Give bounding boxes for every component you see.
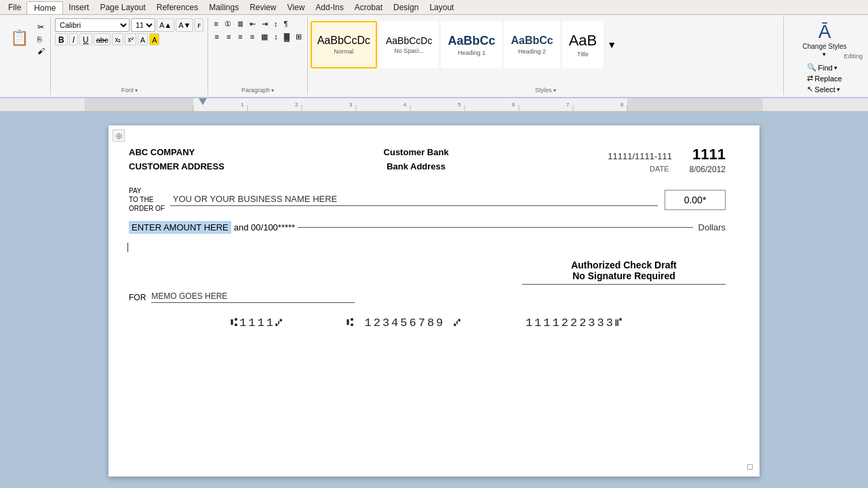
menu-item-view[interactable]: View	[282, 1, 311, 14]
styles-label: Styles ▾	[308, 87, 783, 94]
micr-right: 1111222333⑈	[526, 317, 624, 329]
replace-icon: ⇄	[807, 74, 813, 83]
bullets-button[interactable]: ≡	[211, 18, 220, 30]
font-size-select[interactable]: 11	[131, 18, 155, 32]
change-styles-label: Change Styles	[802, 43, 846, 51]
multilevel-list-button[interactable]: ≣	[235, 18, 246, 30]
menu-item-references[interactable]: References	[151, 1, 203, 14]
micr-mid: ⑆ 123456789 ⑇	[347, 317, 462, 329]
copy-button[interactable]: ⎘	[35, 34, 47, 45]
clear-format-button[interactable]: ꜰ	[195, 18, 203, 32]
menu-item-mailings[interactable]: Mailings	[203, 1, 244, 14]
routing-check-row: 11111/1111-111 1111	[608, 146, 726, 163]
font-expand-icon[interactable]: ▾	[135, 87, 138, 94]
style-h1-button[interactable]: AaBbCc Heading 1	[441, 21, 502, 68]
svg-text:7: 7	[566, 102, 570, 108]
font-style-row: B I U abc x₂ x² A A	[55, 33, 203, 45]
superscript-button[interactable]: x²	[125, 33, 136, 45]
menu-item-addins[interactable]: Add-Ins	[310, 1, 349, 14]
find-arrow: ▾	[834, 64, 837, 71]
menu-item-design[interactable]: Design	[388, 1, 424, 14]
svg-text:8: 8	[620, 102, 624, 108]
pay-label: PAY TO THE ORDER OF	[129, 186, 165, 213]
auth-inner: Authorized Check Draft No Signature Requ…	[522, 260, 726, 285]
column-button[interactable]: ▦	[258, 31, 271, 43]
numbering-button[interactable]: ①	[222, 18, 234, 30]
font-color-button[interactable]: A	[138, 33, 148, 45]
font-label-text: Font	[121, 87, 134, 94]
sort-button[interactable]: ↕	[271, 18, 281, 30]
decrease-indent-button[interactable]: ⇤	[247, 18, 258, 30]
strikethrough-button[interactable]: abc	[94, 33, 111, 45]
align-left-button[interactable]: ≡	[211, 31, 222, 43]
paragraph-expand-icon[interactable]: ▾	[271, 87, 274, 94]
memo-line[interactable]: MEMO GOES HERE	[151, 291, 355, 303]
styles-row: AaBbCcDc Normal AaBbCcDc No Spaci... AaB…	[311, 18, 781, 68]
styles-scroll-down[interactable]: ▼	[606, 38, 618, 52]
pay-line[interactable]: YOU OR YOUR BUSINESS NAME HERE	[170, 194, 658, 206]
auth-line2: No Signature Required	[522, 270, 726, 281]
align-row: ≡ ≡ ≡ ≡ ▦ ↕ ▓ ⊞	[211, 31, 304, 43]
font-name-select[interactable]: Calibri	[55, 18, 130, 32]
find-button[interactable]: 🔍 Find ▾	[807, 63, 837, 72]
find-icon: 🔍	[807, 63, 816, 72]
company-info: ABC COMPANY CUSTOMER ADDRESS	[129, 146, 224, 174]
show-hide-button[interactable]: ¶	[281, 18, 290, 30]
subscript-button[interactable]: x₂	[112, 33, 123, 45]
date-row: DATE 8/06/2012	[650, 165, 726, 174]
amount-line	[298, 227, 692, 228]
highlight-color-button[interactable]: A	[149, 33, 159, 45]
menu-item-insert[interactable]: Insert	[63, 1, 94, 14]
dollars-label: Dollars	[698, 222, 726, 232]
style-normal-button[interactable]: AaBbCcDc Normal	[311, 21, 377, 68]
menu-bar: File Home Insert Page Layout References …	[0, 0, 868, 15]
line-spacing-button[interactable]: ↕	[271, 31, 281, 43]
document-area: ⊕ ABC COMPANY CUSTOMER ADDRESS Customer …	[0, 112, 868, 488]
micr-left: ⑆1111⑇	[231, 317, 284, 329]
paste-button[interactable]: 📋	[5, 21, 33, 55]
menu-item-page-layout[interactable]: Page Layout	[94, 1, 151, 14]
format-painter-button[interactable]: 🖌	[35, 45, 47, 56]
auth-line1: Authorized Check Draft	[522, 260, 726, 270]
document[interactable]: ⊕ ABC COMPANY CUSTOMER ADDRESS Customer …	[108, 125, 760, 476]
italic-button[interactable]: I	[69, 33, 78, 45]
decrease-font-button[interactable]: A▼	[176, 18, 193, 32]
increase-indent-button[interactable]: ⇥	[259, 18, 271, 30]
check-number: 1111	[692, 146, 726, 163]
justify-button[interactable]: ≡	[247, 31, 258, 43]
align-right-button[interactable]: ≡	[235, 31, 245, 43]
styles-expand-icon[interactable]: ▾	[553, 87, 556, 94]
resize-handle[interactable]	[747, 464, 753, 470]
amount-box[interactable]: 0.00*	[665, 190, 726, 210]
check-number-area: 11111/1111-111 1111 DATE 8/06/2012	[608, 146, 726, 174]
style-h2-preview: AaBbCc	[511, 35, 553, 47]
menu-item-acrobat[interactable]: Acrobat	[349, 1, 388, 14]
micr-line: ⑆1111⑇ ⑆ 123456789 ⑇ 1111222333⑈	[129, 317, 726, 329]
align-center-button[interactable]: ≡	[223, 31, 234, 43]
bank-info: Customer Bank Bank Address	[384, 146, 449, 174]
styles-group: Styles ▾ AaBbCcDc Normal AaBbCcDc No Spa…	[308, 17, 784, 95]
replace-button[interactable]: ⇄ Replace	[807, 74, 842, 83]
company-address: CUSTOMER ADDRESS	[129, 160, 224, 174]
borders-button[interactable]: ⊞	[293, 31, 304, 43]
cut-button[interactable]: ✂	[35, 21, 47, 33]
underline-button[interactable]: U	[79, 33, 92, 45]
menu-item-file[interactable]: File	[3, 1, 26, 14]
style-nospace-preview: AaBbCcDc	[386, 35, 432, 46]
style-title-button[interactable]: AaB Title	[562, 21, 604, 68]
menu-item-home[interactable]: Home	[26, 1, 63, 14]
shading-button[interactable]: ▓	[281, 31, 292, 43]
increase-font-button[interactable]: A▲	[157, 18, 174, 32]
menu-item-review[interactable]: Review	[244, 1, 281, 14]
bold-button[interactable]: B	[55, 33, 68, 45]
menu-item-layout[interactable]: Layout	[424, 1, 459, 14]
move-handle[interactable]: ⊕	[113, 129, 125, 142]
memo-row: FOR MEMO GOES HERE	[129, 291, 726, 303]
style-h2-label: Heading 2	[518, 48, 546, 55]
style-nospace-button[interactable]: AaBbCcDc No Spaci...	[379, 21, 439, 68]
amount-highlighted[interactable]: ENTER AMOUNT HERE	[129, 221, 231, 234]
svg-text:3: 3	[349, 102, 353, 108]
select-button[interactable]: ↖ Select ▾	[807, 85, 840, 94]
amount-rest: and 00/100*****	[231, 221, 298, 234]
style-h2-button[interactable]: AaBbCc Heading 2	[504, 21, 559, 68]
